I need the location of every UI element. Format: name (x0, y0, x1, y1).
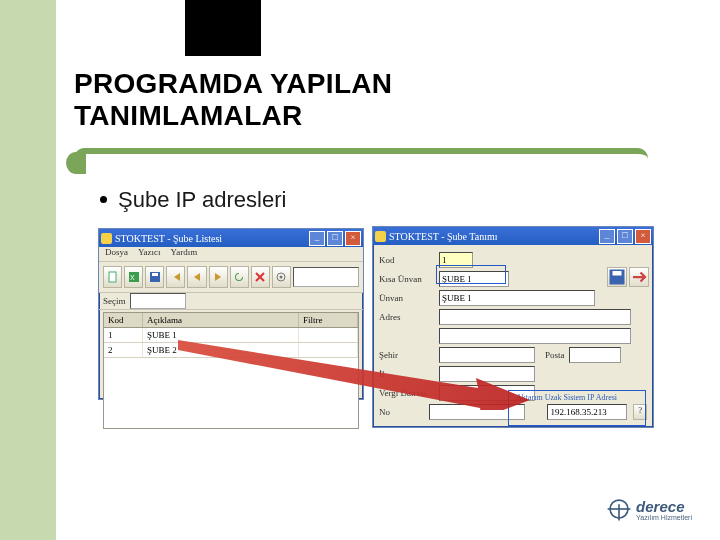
titlebar[interactable]: STOKTEST - Şube Tanımı _ □ × (373, 227, 653, 245)
maximize-button[interactable]: □ (617, 229, 633, 244)
label-sehir: Şehir (379, 350, 435, 360)
menu-dosya[interactable]: Dosya (105, 247, 128, 261)
input-posta[interactable] (569, 347, 621, 363)
svg-rect-8 (613, 271, 622, 276)
table-row[interactable]: 1 ŞUBE 1 (104, 328, 358, 343)
bullet-dot (100, 196, 107, 203)
menu-yazici[interactable]: Yazıcı (138, 247, 161, 261)
refresh-button[interactable] (230, 266, 249, 288)
accent-underline (74, 148, 648, 176)
logo-subtext: Yazılım Hizmetleri (636, 514, 692, 521)
filter-input[interactable] (130, 293, 186, 309)
close-button[interactable]: × (345, 231, 361, 246)
logo-text: derece (636, 498, 684, 515)
slide-left-accent (0, 0, 56, 540)
cell-aciklama: ŞUBE 1 (143, 328, 299, 342)
label-kisa-unvan: Kısa Ünvan (379, 274, 435, 284)
input-kisa-unvan[interactable] (439, 271, 509, 287)
next-button[interactable] (209, 266, 228, 288)
save-button[interactable] (145, 266, 164, 288)
input-adres[interactable] (439, 309, 631, 325)
input-no[interactable] (429, 404, 525, 420)
save-button[interactable] (607, 267, 627, 287)
label-adres: Adres (379, 312, 435, 322)
toolbar-search-input[interactable] (293, 267, 359, 287)
col-kod[interactable]: Kod (104, 313, 143, 327)
menu-yardim[interactable]: Yardım (171, 247, 198, 261)
settings-button[interactable] (272, 266, 291, 288)
input-kod[interactable] (439, 252, 473, 268)
label-posta: Posta (545, 350, 565, 360)
filter-row: Seçim (99, 293, 363, 310)
bullet-text: Şube IP adresleri (118, 187, 286, 213)
cell-filtre (299, 328, 358, 342)
logo-icon (606, 496, 632, 522)
cell-aciklama: ŞUBE 2 (143, 343, 299, 357)
input-unvan[interactable] (439, 290, 595, 306)
grid-header: Kod Açıklama Filtre (104, 313, 358, 328)
window-title: STOKTEST - Şube Listesi (115, 233, 222, 244)
first-button[interactable] (166, 266, 185, 288)
label-unvan: Ünvan (379, 293, 435, 303)
titlebar[interactable]: STOKTEST - Şube Listesi _ □ × (99, 229, 363, 247)
svg-point-6 (280, 276, 283, 279)
input-adres-2[interactable] (439, 328, 631, 344)
cell-kod: 2 (104, 343, 143, 357)
minimize-button[interactable]: _ (309, 231, 325, 246)
minimize-button[interactable]: _ (599, 229, 615, 244)
svg-rect-4 (152, 273, 158, 276)
input-sehir[interactable] (439, 347, 535, 363)
table-row[interactable]: 2 ŞUBE 2 (104, 343, 358, 358)
label-no: No (379, 407, 425, 417)
app-icon (101, 233, 112, 244)
menubar: Dosya Yazıcı Yardım (99, 247, 363, 261)
svg-text:X: X (130, 274, 135, 281)
app-icon (375, 231, 386, 242)
label-vergi-dairesi: Vergi Dairesi (379, 388, 435, 398)
maximize-button[interactable]: □ (327, 231, 343, 246)
page-title: PROGRAMDA YAPILAN TANIMLAMALAR (74, 68, 392, 132)
exit-button[interactable] (629, 267, 649, 287)
prev-button[interactable] (187, 266, 206, 288)
delete-button[interactable] (251, 266, 270, 288)
label-ip-adresi: Aktarım Uzak Sistem IP Adresi (516, 393, 617, 402)
toolbar: X (99, 261, 363, 293)
col-aciklama[interactable]: Açıklama (143, 313, 299, 327)
col-filtre[interactable]: Filtre (299, 313, 358, 327)
window-title: STOKTEST - Şube Tanımı (389, 231, 497, 242)
input-il[interactable] (439, 366, 535, 382)
cell-kod: 1 (104, 328, 143, 342)
label-il: İl (379, 369, 435, 379)
data-grid: Kod Açıklama Filtre 1 ŞUBE 1 2 ŞUBE 2 (103, 312, 359, 429)
grid-empty-area (104, 358, 358, 428)
title-line-2: TANIMLAMALAR (74, 100, 303, 131)
excel-button[interactable]: X (124, 266, 143, 288)
svg-rect-0 (109, 272, 116, 282)
input-ip-adresi[interactable] (547, 404, 627, 420)
slide-top-block (185, 0, 261, 56)
window-sube-listesi: STOKTEST - Şube Listesi _ □ × Dosya Yazı… (98, 228, 364, 400)
close-button[interactable]: × (635, 229, 651, 244)
title-line-1: PROGRAMDA YAPILAN (74, 68, 392, 99)
label-kod: Kod (379, 255, 435, 265)
ip-help-button[interactable]: ? (633, 404, 647, 420)
cell-filtre (299, 343, 358, 357)
new-button[interactable] (103, 266, 122, 288)
brand-logo: derece Yazılım Hizmetleri (606, 496, 692, 522)
filter-label: Seçim (103, 296, 126, 306)
